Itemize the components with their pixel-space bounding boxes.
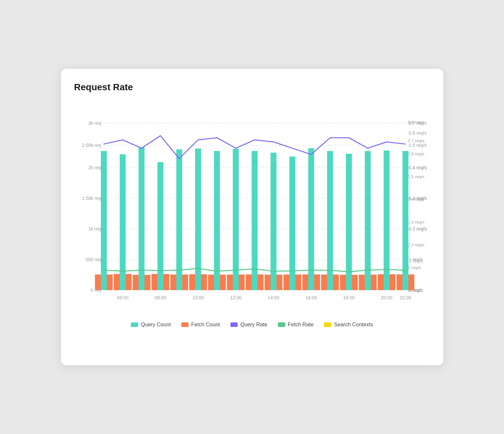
svg-text:0.2 req/s: 0.2 req/s (408, 242, 425, 247)
svg-rect-77 (346, 154, 352, 290)
svg-rect-44 (138, 147, 144, 290)
legend-color-fetch-count (181, 322, 189, 327)
svg-rect-59 (233, 149, 239, 290)
legend-item-search-contexts: Search Contexts (324, 322, 373, 328)
svg-text:0.2 req/s: 0.2 req/s (409, 226, 427, 231)
svg-text:0.4 req/s: 0.4 req/s (409, 165, 427, 170)
chart-area: 0 req 500 req 1k req 1.50k req 2k req 2.… (74, 102, 430, 316)
svg-text:18:00: 18:00 (343, 295, 354, 300)
svg-text:10:00: 10:00 (192, 295, 204, 300)
svg-text:1.50k req: 1.50k req (82, 196, 101, 201)
svg-text:14:00: 14:00 (268, 295, 279, 300)
legend-label-query-count: Query Count (141, 322, 171, 328)
left-axis: 0 req 500 req 1k req 1.50k req 2k req 2.… (82, 121, 101, 293)
svg-rect-56 (214, 151, 220, 290)
svg-text:12:00: 12:00 (230, 295, 241, 300)
svg-rect-65 (270, 153, 276, 290)
svg-text:0.3 req/s: 0.3 req/s (408, 220, 425, 225)
svg-text:2.50k req: 2.50k req (82, 143, 101, 148)
svg-text:1 req/s: 1 req/s (409, 257, 423, 262)
legend-label-fetch-count: Fetch Count (191, 322, 220, 328)
svg-text:0.7 req/s: 0.7 req/s (408, 138, 425, 143)
x-axis: 06:0008:0010:0012:0014:0016:0018:0020:00… (117, 295, 411, 300)
svg-text:16:00: 16:00 (305, 295, 317, 300)
svg-rect-50 (176, 149, 182, 290)
svg-text:0.6 req/s: 0.6 req/s (408, 151, 425, 156)
chart-title: Request Rate (74, 82, 430, 93)
svg-rect-41 (120, 154, 126, 290)
svg-text:0.5 req/s: 0.5 req/s (408, 174, 425, 179)
legend-color-query-rate (230, 322, 238, 327)
legend-color-search-contexts (324, 322, 331, 327)
svg-rect-74 (327, 151, 333, 290)
svg-rect-38 (101, 151, 107, 290)
legend-label-fetch-rate: Fetch Rate (288, 322, 313, 328)
legend-label-query-rate: Query Rate (240, 322, 267, 328)
svg-text:3k req: 3k req (88, 121, 101, 126)
svg-text:08:00: 08:00 (155, 295, 166, 300)
legend-item-fetch-rate: Fetch Rate (278, 322, 313, 328)
legend-item-query-count: Query Count (131, 322, 171, 328)
legend-color-query-count (131, 322, 138, 327)
svg-rect-71 (308, 148, 314, 290)
chart-card: Request Rate 0 req 500 req 1k req (61, 69, 443, 365)
svg-text:2k req: 2k req (88, 165, 101, 170)
legend-color-fetch-rate (278, 322, 285, 327)
svg-text:1k req: 1k req (88, 226, 101, 231)
svg-text:0.8 req/s: 0.8 req/s (408, 120, 425, 125)
svg-rect-68 (289, 156, 295, 290)
legend-item-query-rate: Query Rate (230, 322, 267, 328)
legend-item-fetch-count: Fetch Count (181, 322, 220, 328)
svg-text:20:00: 20:00 (381, 295, 392, 300)
svg-rect-80 (365, 151, 371, 290)
chart-svg: 0 req 500 req 1k req 1.50k req 2k req 2.… (74, 102, 430, 316)
svg-text:06:00: 06:00 (117, 295, 128, 300)
svg-rect-86 (402, 151, 408, 290)
svg-text:0.6 req/s: 0.6 req/s (409, 130, 427, 136)
svg-text:0.4 req/s: 0.4 req/s (408, 197, 425, 202)
svg-text:0.5 req/s: 0.5 req/s (409, 143, 427, 148)
svg-text:500 req: 500 req (85, 257, 101, 262)
legend-label-search-contexts: Search Contexts (334, 322, 373, 328)
svg-text:22:00: 22:00 (400, 295, 411, 300)
svg-text:1 req/s: 1 req/s (408, 265, 421, 270)
legend: Query Count Fetch Count Query Rate Fetch… (74, 322, 430, 328)
